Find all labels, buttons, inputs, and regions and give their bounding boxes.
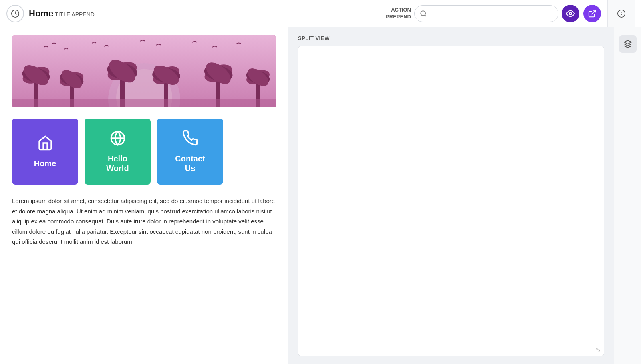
search-icon [420,10,427,17]
svg-marker-38 [624,40,631,44]
globe-icon [110,130,126,150]
lorem-text: Lorem ipsum dolor sit amet, consectetur … [0,185,288,258]
page-title-main: Home [29,8,53,19]
history-button[interactable] [6,5,24,22]
main-layout: Home HelloWorld ContactU [0,27,641,364]
phone-icon [182,130,198,150]
svg-line-2 [425,15,426,16]
nav-buttons: Home HelloWorld ContactU [0,107,288,185]
home-nav-label: Home [34,159,56,168]
topbar-actions [562,5,601,22]
hero-image [12,35,276,107]
page-title-wrap: Home TITLE APPEND [29,8,95,19]
split-view-box[interactable]: ⤡ [298,46,604,356]
home-icon [37,135,53,155]
contact-us-nav-label: ContactUs [175,154,205,173]
preview-pane: Home HelloWorld ContactU [0,27,288,364]
split-view-label: SPLIT VIEW [298,35,604,41]
right-panel: SPLIT VIEW ⤡ [288,27,614,364]
home-nav-button[interactable]: Home [12,119,78,185]
svg-point-1 [421,11,425,16]
topbar-left: Home TITLE APPEND [6,5,304,22]
contact-us-nav-button[interactable]: ContactUs [157,119,223,185]
far-right-sidebar [614,27,641,364]
page-title-append: TITLE APPEND [55,11,95,18]
topbar: Home TITLE APPEND ACTION PREPEND [0,0,641,27]
layers-button[interactable] [619,35,637,53]
action-prepend-label: ACTION PREPEND [386,7,411,20]
export-button[interactable] [583,5,601,22]
topbar-center: ACTION PREPEND [304,5,607,22]
resize-handle[interactable]: ⤡ [595,346,601,353]
info-button[interactable] [607,0,635,27]
preview-button[interactable] [562,5,579,22]
hello-world-nav-button[interactable]: HelloWorld [85,119,151,185]
search-input[interactable] [414,5,558,22]
search-wrap [414,5,558,22]
hello-world-nav-label: HelloWorld [106,154,129,173]
svg-rect-35 [12,99,276,107]
svg-line-4 [591,10,595,14]
svg-point-3 [569,12,572,15]
